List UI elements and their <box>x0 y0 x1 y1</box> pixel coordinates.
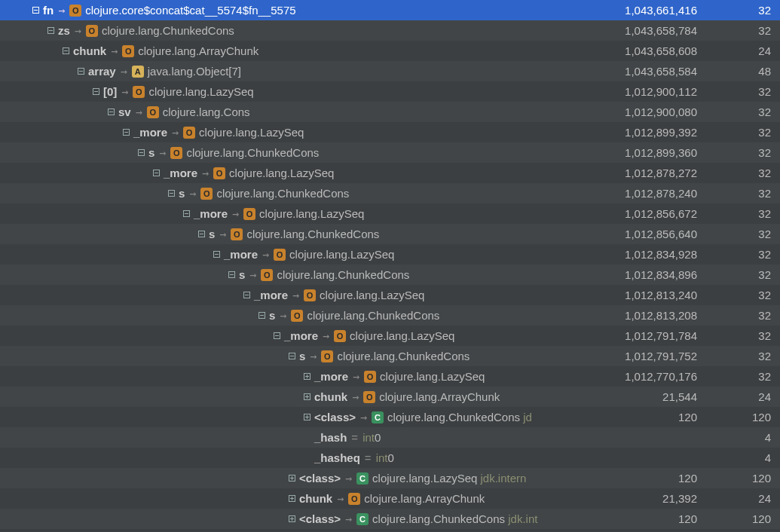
expand-toggle-icon[interactable] <box>301 371 312 382</box>
object-badge-icon: O <box>364 371 376 383</box>
field-name: s <box>269 309 275 322</box>
field-name: _hash <box>314 431 347 444</box>
retained-size: 1,012,878,272 <box>592 167 703 179</box>
field-name: _more <box>194 207 228 220</box>
field-name: sv <box>118 105 131 118</box>
arrow-icon: → <box>172 126 179 139</box>
tree-row[interactable]: <class>→Cclojure.lang.ChunkedCons jd1201… <box>0 407 780 427</box>
class-name: clojure.core$concat$cat__5574$fn__5575 <box>85 4 295 17</box>
collapse-toggle-icon[interactable] <box>241 290 252 301</box>
collapse-toggle-icon[interactable] <box>106 107 116 118</box>
tree-row[interactable]: s→Oclojure.lang.ChunkedCons1,012,899,360… <box>0 142 780 163</box>
arrow-icon: → <box>219 228 226 241</box>
tree-row[interactable]: [0]→Oclojure.lang.LazySeq1,012,900,11232 <box>0 81 780 102</box>
tree-row[interactable]: fn→Oclojure.core$concat$cat__5574$fn__55… <box>0 0 780 20</box>
tree-row[interactable]: _hasheq=int 04 <box>0 448 780 468</box>
shallow-size: 24 <box>703 44 780 57</box>
expand-toggle-icon[interactable] <box>286 494 297 504</box>
shallow-size: 32 <box>703 167 780 179</box>
arrow-icon: → <box>262 248 269 261</box>
collapse-toggle-icon[interactable] <box>90 87 101 97</box>
shallow-size: 32 <box>703 289 780 301</box>
retained-size: 1,012,791,752 <box>592 350 703 362</box>
object-badge-icon: O <box>183 127 195 139</box>
tree-row[interactable]: chunk→Oclojure.lang.ArrayChunk21,54424 <box>0 387 780 407</box>
class-name: clojure.lang.ChunkedCons <box>337 350 470 362</box>
class-name: clojure.lang.LazySeq <box>148 85 253 98</box>
no-toggle-spacer <box>301 453 312 463</box>
class-trail: jdk.int <box>505 512 537 525</box>
arrow-icon: → <box>232 207 239 221</box>
collapse-toggle-icon[interactable] <box>121 127 131 138</box>
collapse-toggle-icon[interactable] <box>196 229 206 240</box>
collapse-toggle-icon[interactable] <box>181 209 191 219</box>
field-name: [0] <box>103 85 117 98</box>
object-badge-icon: O <box>291 310 303 322</box>
class-name: clojure.lang.LazySeq <box>380 370 485 383</box>
class-name: clojure.lang.LazySeq <box>229 167 334 179</box>
class-name: clojure.lang.LazySeq <box>372 472 477 485</box>
collapse-toggle-icon[interactable] <box>256 310 267 321</box>
collapse-toggle-icon[interactable] <box>286 351 297 362</box>
collapse-toggle-icon[interactable] <box>45 26 56 36</box>
class-name: clojure.lang.ChunkedCons <box>277 268 409 281</box>
tree-row[interactable]: _more→Oclojure.lang.LazySeq1,012,878,272… <box>0 163 780 183</box>
tree-row[interactable]: zs→Oclojure.lang.ChunkedCons1,043,658,78… <box>0 20 780 41</box>
tree-row[interactable]: s→Oclojure.lang.ChunkedCons1,012,856,640… <box>0 224 780 244</box>
collapse-toggle-icon[interactable] <box>60 46 71 57</box>
retained-size: 1,043,658,784 <box>592 24 703 37</box>
expand-toggle-icon[interactable] <box>301 412 312 423</box>
retained-size: 1,012,878,240 <box>592 187 703 200</box>
collapse-toggle-icon[interactable] <box>166 188 176 199</box>
collapse-toggle-icon[interactable] <box>75 66 86 77</box>
shallow-size: 120 <box>703 472 780 485</box>
collapse-toggle-icon[interactable] <box>211 249 222 260</box>
expand-toggle-icon[interactable] <box>286 514 297 524</box>
tree-row[interactable]: array→Ajava.lang.Object[7]1,043,658,5844… <box>0 61 780 81</box>
expand-toggle-icon[interactable] <box>301 392 312 402</box>
class-trail: jdk.intern <box>477 472 526 485</box>
tree-row[interactable]: s→Oclojure.lang.ChunkedCons1,012,813,208… <box>0 305 780 326</box>
field-name: s <box>299 350 305 362</box>
tree-row[interactable]: s→Oclojure.lang.ChunkedCons1,012,791,752… <box>0 346 780 366</box>
collapse-toggle-icon[interactable] <box>226 270 237 280</box>
shallow-size: 32 <box>703 248 780 261</box>
tree-row[interactable]: _hash=int 04 <box>0 427 780 448</box>
shallow-size: 32 <box>703 350 780 362</box>
object-badge-icon: O <box>363 391 375 403</box>
shallow-size: 32 <box>703 126 780 139</box>
collapse-toggle-icon[interactable] <box>271 331 282 341</box>
field-name: _hasheq <box>314 451 360 464</box>
collapse-toggle-icon[interactable] <box>30 5 41 16</box>
tree-row[interactable]: chunk→Oclojure.lang.ArrayChunk1,043,658,… <box>0 41 780 61</box>
tree-row[interactable]: chunk→Oclojure.lang.ArrayChunk21,39224 <box>0 488 780 509</box>
field-name: s <box>209 228 215 240</box>
expand-toggle-icon[interactable] <box>286 473 297 484</box>
retained-size: 120 <box>592 472 703 485</box>
tree-row[interactable]: _more→Oclojure.lang.LazySeq1,012,791,784… <box>0 326 780 346</box>
tree-row[interactable]: _more→Oclojure.lang.LazySeq1,012,770,176… <box>0 366 780 387</box>
tree-row[interactable]: _more→Oclojure.lang.LazySeq1,012,856,672… <box>0 203 780 224</box>
equals-sign: = <box>351 431 358 444</box>
field-name: chunk <box>314 390 347 403</box>
class-badge-icon: C <box>356 472 369 485</box>
memory-tree[interactable]: fn→Oclojure.core$concat$cat__5574$fn__55… <box>0 0 780 532</box>
tree-row[interactable]: <class>→Cclojure.lang.LazySeq jdk.intern… <box>0 468 780 488</box>
tree-row[interactable]: _more→Oclojure.lang.LazySeq1,012,834,928… <box>0 244 780 264</box>
field-name: fn <box>43 4 54 17</box>
collapse-toggle-icon[interactable] <box>151 168 161 179</box>
tree-row[interactable]: s→Oclojure.lang.ChunkedCons1,012,878,240… <box>0 183 780 203</box>
tree-row[interactable]: <class>→Cclojure.lang.ChunkedCons jdk.in… <box>0 509 780 529</box>
field-name: zs <box>58 24 70 37</box>
tree-row[interactable]: _more→Oclojure.lang.LazySeq1,012,899,392… <box>0 122 780 142</box>
tree-row[interactable]: sv→Oclojure.lang.Cons1,012,900,08032 <box>0 102 780 122</box>
arrow-icon: → <box>58 4 65 17</box>
arrow-icon: → <box>292 289 299 302</box>
collapse-toggle-icon[interactable] <box>136 148 146 158</box>
shallow-size: 32 <box>703 85 780 98</box>
shallow-size: 32 <box>703 329 780 342</box>
tree-row[interactable]: s→Oclojure.lang.ChunkedCons1,012,834,896… <box>0 264 780 285</box>
object-badge-icon: O <box>261 269 273 281</box>
tree-row[interactable]: _more→Oclojure.lang.LazySeq1,012,813,240… <box>0 285 780 305</box>
shallow-size: 32 <box>703 228 780 240</box>
